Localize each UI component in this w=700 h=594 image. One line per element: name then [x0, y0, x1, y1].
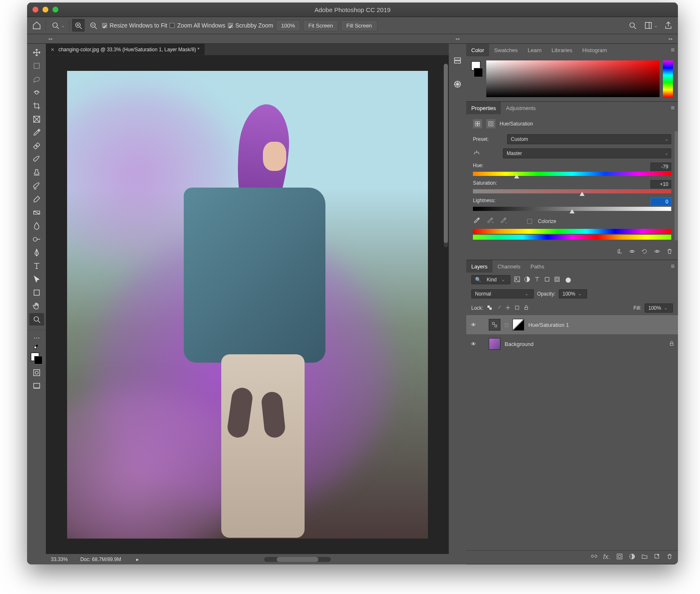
zoom-out-button[interactable] [87, 19, 100, 32]
layer-row[interactable]: 👁 Background [466, 334, 678, 353]
opacity-input[interactable]: 100%⌵ [559, 289, 587, 298]
filter-toggle-icon[interactable]: ⬤ [565, 277, 571, 283]
clip-to-layer-icon[interactable] [616, 248, 623, 256]
swap-colors-icon[interactable] [29, 343, 44, 351]
lock-all-icon[interactable] [523, 305, 529, 312]
visibility-toggle[interactable]: 👁 [470, 322, 477, 328]
hand-tool[interactable] [29, 300, 44, 312]
lock-position-icon[interactable] [505, 305, 511, 312]
lock-pixels-icon[interactable] [496, 305, 502, 312]
lasso-tool[interactable] [29, 73, 44, 85]
output-spectrum[interactable] [473, 235, 671, 240]
edit-toolbar[interactable]: ⋯ [29, 330, 44, 342]
marquee-tool[interactable] [29, 60, 44, 72]
maximize-button[interactable] [52, 7, 58, 13]
new-group-icon[interactable] [641, 553, 648, 561]
filter-adjust-icon[interactable] [524, 276, 530, 284]
close-tab-icon[interactable]: × [51, 46, 54, 53]
home-button[interactable] [30, 19, 43, 32]
new-adjustment-icon[interactable] [629, 553, 635, 561]
share-button[interactable] [662, 19, 675, 32]
resize-windows-checkbox[interactable]: ✔Resize Windows to Fit [102, 22, 167, 29]
filter-smart-icon[interactable] [554, 276, 560, 284]
minimize-button[interactable] [42, 7, 48, 13]
color-panel-menu[interactable]: ≡ [668, 46, 678, 54]
lock-artboard-icon[interactable] [514, 305, 520, 312]
fill-input[interactable]: 100%⌵ [645, 303, 673, 313]
preset-dropdown[interactable]: Custom⌵ [507, 134, 671, 144]
filter-type-icon[interactable] [534, 276, 540, 284]
quick-mask-toggle[interactable] [29, 366, 44, 379]
filter-image-icon[interactable] [514, 276, 520, 284]
zoom-100-button[interactable]: 100% [276, 20, 300, 31]
eyedropper-tool[interactable] [29, 126, 44, 139]
hue-value[interactable]: -79 [650, 163, 671, 171]
zoom-tool[interactable] [29, 313, 44, 326]
saturation-value-field[interactable] [486, 60, 660, 97]
layer-thumb[interactable] [489, 338, 500, 350]
foreground-background-colors[interactable] [29, 351, 44, 366]
lock-icon[interactable] [669, 341, 675, 348]
tab-adjustments[interactable]: Adjustments [501, 102, 541, 114]
path-select-tool[interactable] [29, 273, 44, 286]
tab-layers[interactable]: Layers [466, 260, 492, 273]
lightness-value[interactable]: 0 [650, 198, 671, 206]
tab-swatches[interactable]: Swatches [489, 44, 522, 56]
canvas[interactable] [46, 55, 449, 554]
view-previous-icon[interactable] [629, 248, 635, 256]
input-spectrum[interactable] [473, 229, 671, 234]
colorize-checkbox[interactable] [527, 219, 532, 224]
blur-tool[interactable] [29, 220, 44, 232]
close-button[interactable] [32, 7, 38, 13]
workspace-dropdown[interactable]: ⌵ [641, 19, 660, 32]
eraser-tool[interactable] [29, 193, 44, 206]
quick-select-tool[interactable] [29, 86, 44, 99]
color-picker[interactable] [471, 60, 673, 97]
add-mask-icon[interactable] [616, 553, 623, 561]
filter-shape-icon[interactable] [544, 276, 550, 284]
zoom-all-checkbox[interactable]: Zoom All Windows [170, 22, 225, 29]
layer-name[interactable]: Hue/Saturation 1 [528, 322, 569, 328]
targeted-adjust-icon[interactable] [473, 149, 483, 158]
shape-tool[interactable] [29, 286, 44, 299]
layer-filter-dropdown[interactable]: 🔍Kind⌵ [471, 275, 510, 284]
channel-dropdown[interactable]: Master⌵ [503, 148, 671, 158]
zoom-in-button[interactable] [72, 19, 85, 32]
lock-transparency-icon[interactable] [487, 305, 492, 312]
hue-slider[interactable] [473, 172, 671, 178]
properties-panel-menu[interactable]: ≡ [668, 104, 678, 112]
document-tab[interactable]: × changing-color.jpg @ 33.3% (Hue/Satura… [46, 44, 205, 55]
fill-screen-button[interactable]: Fill Screen [341, 20, 377, 31]
tab-histogram[interactable]: Histogram [578, 44, 612, 56]
saturation-value[interactable]: +10 [650, 180, 671, 188]
tab-properties[interactable]: Properties [466, 102, 501, 114]
move-tool[interactable] [29, 46, 44, 59]
layer-name[interactable]: Background [505, 341, 533, 347]
history-brush-tool[interactable] [29, 180, 44, 192]
horizontal-scrollbar[interactable] [264, 557, 331, 562]
status-arrow-icon[interactable]: ▸ [136, 556, 139, 562]
link-mask-icon[interactable]: ⬚ [505, 323, 508, 327]
hue-bar[interactable] [663, 60, 673, 97]
fit-screen-button[interactable]: Fit Screen [303, 20, 338, 31]
visibility-toggle[interactable]: 👁 [470, 341, 477, 347]
trash-icon[interactable] [666, 248, 673, 256]
new-layer-icon[interactable] [654, 553, 660, 561]
blend-mode-dropdown[interactable]: Normal⌵ [471, 289, 534, 298]
layer-row[interactable]: 👁 ⬚ Hue/Saturation 1 [466, 315, 678, 334]
type-tool[interactable] [29, 260, 44, 272]
tab-channels[interactable]: Channels [492, 260, 525, 273]
adjustment-thumb[interactable] [489, 319, 500, 331]
healing-tool[interactable] [29, 140, 44, 152]
frame-tool[interactable] [29, 113, 44, 125]
navigator-panel-icon[interactable] [453, 80, 462, 90]
tab-color[interactable]: Color [466, 44, 489, 56]
background-swatch[interactable] [474, 68, 483, 77]
eyedropper-plus-icon[interactable] [486, 217, 494, 226]
stamp-tool[interactable] [29, 166, 44, 179]
eyedropper-minus-icon[interactable] [500, 217, 507, 226]
tab-paths[interactable]: Paths [525, 260, 549, 273]
tab-learn[interactable]: Learn [522, 44, 546, 56]
link-layers-icon[interactable] [591, 553, 598, 561]
properties-scrollbar[interactable] [675, 131, 678, 241]
